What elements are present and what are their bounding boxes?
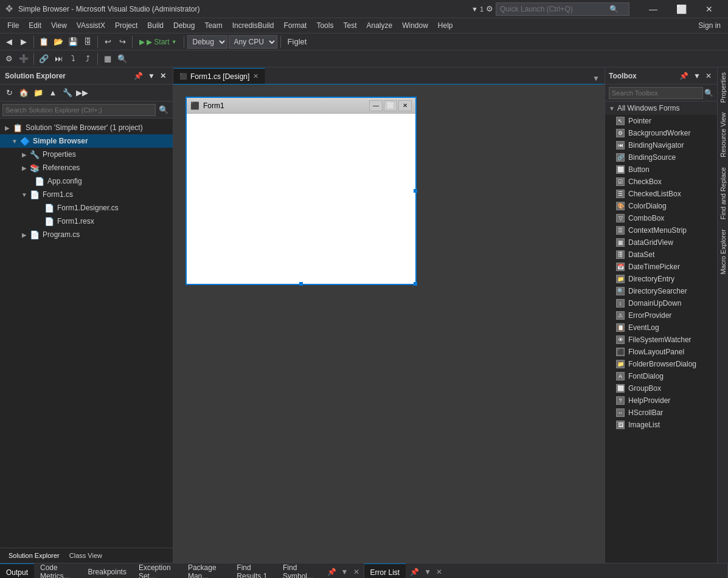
menu-incredibuild[interactable]: IncredisBuild xyxy=(227,18,279,33)
error-dropdown-icon[interactable]: ▼ xyxy=(422,566,433,577)
toolbox-item-errorprovider[interactable]: ⚠ ErrorProvider xyxy=(605,309,717,322)
se-properties-button[interactable]: 🔧 xyxy=(61,86,74,100)
form-window[interactable]: ⬛ Form1 — ⬜ ✕ xyxy=(185,97,417,285)
form-close-button[interactable]: ✕ xyxy=(398,100,412,111)
menu-analyze[interactable]: Analyze xyxy=(361,18,397,33)
add-item-button[interactable]: ➕ xyxy=(17,52,30,66)
undo-button[interactable]: ↩ xyxy=(101,35,114,49)
sidebar-find-replace-label[interactable]: Find and Replace xyxy=(718,162,728,224)
toolbox-item-helpprovider[interactable]: ? HelpProvider xyxy=(605,394,717,407)
se-refresh-button[interactable]: ↻ xyxy=(2,86,16,100)
toolbox-item-datetimepicker[interactable]: 📅 DateTimePicker xyxy=(605,261,717,273)
zoom-button[interactable]: 🔍 xyxy=(116,52,129,66)
toolbox-item-bindingnavigator[interactable]: ⏮ BindingNavigator xyxy=(605,139,717,151)
menu-debug[interactable]: Debug xyxy=(168,18,199,33)
sidebar-macro-explorer-label[interactable]: Macro Explorer xyxy=(718,224,728,280)
menu-vassistx[interactable]: VAssistX xyxy=(72,18,110,33)
toolbox-item-groupbox[interactable]: ⬜ GroupBox xyxy=(605,382,717,394)
se-search-button[interactable]: 🔍 xyxy=(157,103,170,117)
forward-button[interactable]: ▶ xyxy=(17,35,30,49)
form-minimize-button[interactable]: — xyxy=(369,100,383,111)
toolbox-item-backgroundworker[interactable]: ⚙ BackgroundWorker xyxy=(605,127,717,139)
dropdown-icon[interactable]: ▼ xyxy=(146,71,157,81)
tab-class-view[interactable]: Class View xyxy=(66,551,106,560)
se-collapse-button[interactable]: ▲ xyxy=(46,86,60,100)
back-button[interactable]: ◀ xyxy=(2,35,16,49)
toolbox-close-icon[interactable]: ✕ xyxy=(704,71,713,81)
tree-item-simple-browser[interactable]: ▼ 🔷 Simple Browser xyxy=(0,134,173,148)
close-panel-icon[interactable]: ✕ xyxy=(158,71,168,81)
tree-item-program[interactable]: ▶ 📄 Program.cs xyxy=(0,228,173,241)
toolbox-item-pointer[interactable]: ↖ Pointer xyxy=(605,115,717,127)
tree-item-form1-resx[interactable]: 📄 Form1.resx xyxy=(0,215,173,228)
step-over-button[interactable]: ⏭ xyxy=(52,52,65,66)
menu-help[interactable]: Help xyxy=(433,18,458,33)
se-home-button[interactable]: 🏠 xyxy=(17,86,30,100)
editor-tab-form1-design[interactable]: ⬛ Form1.cs [Design] ✕ xyxy=(173,68,265,84)
layout-button[interactable]: ▦ xyxy=(101,52,114,66)
toolbox-item-directoryentry[interactable]: 📁 DirectoryEntry xyxy=(605,273,717,285)
toolbox-item-eventlog[interactable]: 📋 EventLog xyxy=(605,322,717,334)
toolbox-item-button[interactable]: ⬜ Button xyxy=(605,163,717,176)
toolbox-item-checkbox[interactable]: ☑ CheckBox xyxy=(605,176,717,188)
menu-project[interactable]: Project xyxy=(110,18,142,33)
tab-output[interactable]: Output xyxy=(0,563,34,578)
form-maximize-button[interactable]: ⬜ xyxy=(384,100,397,111)
menu-format[interactable]: Format xyxy=(279,18,311,33)
quick-launch-input[interactable] xyxy=(500,5,609,13)
solution-explorer-search[interactable] xyxy=(2,104,156,116)
toolbox-item-flowlayoutpanel[interactable]: ⬛ FlowLayoutPanel xyxy=(605,346,717,358)
tree-item-form1[interactable]: ▼ 📄 Form1.cs xyxy=(0,188,173,201)
tab-error-list[interactable]: Error List xyxy=(364,563,406,578)
se-show-files-button[interactable]: 📁 xyxy=(32,86,45,100)
form-body[interactable] xyxy=(187,114,415,284)
output-close-icon[interactable]: ✕ xyxy=(352,566,361,577)
solution-configs-button[interactable]: ⚙ xyxy=(2,52,16,66)
start-button[interactable]: ▶ ▶ Start ▼ xyxy=(136,35,181,49)
sidebar-resource-view-label[interactable]: Resource View xyxy=(718,108,728,162)
save-button[interactable]: 💾 xyxy=(66,35,80,49)
tab-solution-explorer[interactable]: Solution Explorer xyxy=(5,551,63,560)
tab-dropdown-button[interactable]: ▼ xyxy=(590,73,602,84)
close-button[interactable]: ✕ xyxy=(695,0,723,18)
tab-find-results1[interactable]: Find Results 1 xyxy=(231,563,277,578)
step-into-button[interactable]: ⤵ xyxy=(66,52,80,66)
toolbox-item-fontdialog[interactable]: A FontDialog xyxy=(605,370,717,382)
maximize-button[interactable]: ⬜ xyxy=(667,0,695,18)
resize-handle-bottom-right[interactable] xyxy=(414,282,417,286)
toolbox-item-colordialog[interactable]: 🎨 ColorDialog xyxy=(605,200,717,212)
redo-button[interactable]: ↪ xyxy=(116,35,129,49)
platform-combo[interactable]: Any CPU xyxy=(229,35,277,49)
tab-find-symbols[interactable]: Find Symbol... xyxy=(277,563,323,578)
tab-breakpoints[interactable]: Breakpoints xyxy=(82,563,133,578)
menu-test[interactable]: Test xyxy=(338,18,361,33)
output-dropdown-icon[interactable]: ▼ xyxy=(339,566,350,577)
menu-view[interactable]: View xyxy=(46,18,72,33)
toolbox-item-dataset[interactable]: 🗄 DataSet xyxy=(605,249,717,261)
tab-close-icon[interactable]: ✕ xyxy=(253,72,258,80)
sign-in-button[interactable]: Sign in xyxy=(693,18,726,33)
settings-icon[interactable]: ⚙ xyxy=(486,4,493,13)
menu-file[interactable]: File xyxy=(2,18,24,33)
toolbox-pin-icon[interactable]: 📌 xyxy=(678,71,690,81)
menu-edit[interactable]: Edit xyxy=(24,18,46,33)
menu-tools[interactable]: Tools xyxy=(311,18,338,33)
toolbox-item-directorysearcher[interactable]: 🔍 DirectorySearcher xyxy=(605,285,717,297)
toolbox-dropdown-icon[interactable]: ▼ xyxy=(692,71,702,81)
toolbox-item-datagridview[interactable]: ▦ DataGridView xyxy=(605,236,717,249)
toolbox-item-domainupdown[interactable]: ↕ DomainUpDown xyxy=(605,297,717,309)
pin-icon[interactable]: 📌 xyxy=(132,71,145,81)
toolbox-item-hscrollbar[interactable]: ↔ HScrollBar xyxy=(605,407,717,419)
new-project-button[interactable]: 📋 xyxy=(37,35,50,49)
tree-item-form1-designer[interactable]: 📄 Form1.Designer.cs xyxy=(0,201,173,215)
menu-build[interactable]: Build xyxy=(142,18,168,33)
debug-config-combo[interactable]: Debug xyxy=(187,35,227,49)
menu-window[interactable]: Window xyxy=(397,18,433,33)
menu-team[interactable]: Team xyxy=(199,18,227,33)
tab-code-metrics[interactable]: Code Metrics... xyxy=(34,563,82,578)
quick-launch-box[interactable]: 🔍 xyxy=(496,2,629,16)
toolbox-item-contextmenustrip[interactable]: ☰ ContextMenuStrip xyxy=(605,224,717,236)
toolbox-search-input[interactable] xyxy=(609,87,703,99)
save-all-button[interactable]: 🗄 xyxy=(81,35,94,49)
tab-package-manager[interactable]: Package Man... xyxy=(182,563,231,578)
